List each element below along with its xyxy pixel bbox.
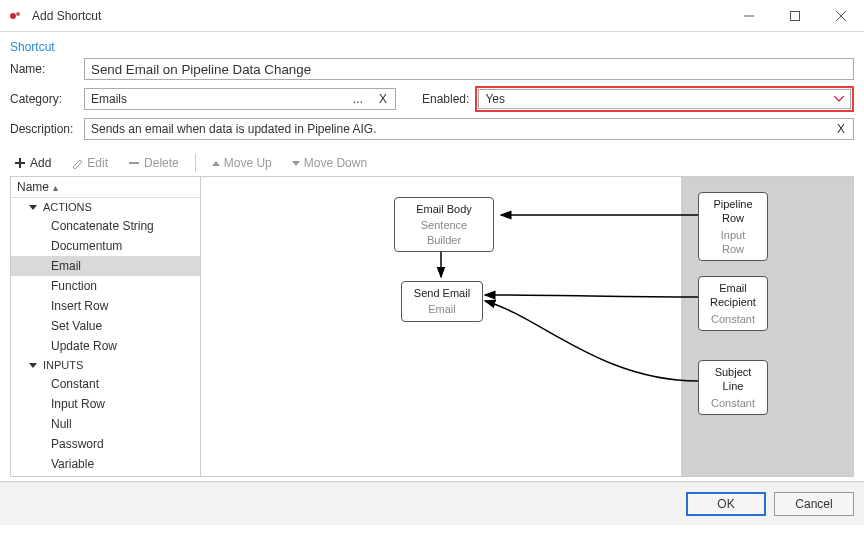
- expand-icon: [29, 205, 37, 210]
- tree-item-set-value[interactable]: Set Value: [11, 316, 200, 336]
- edit-button[interactable]: Edit: [67, 154, 112, 172]
- tree-item-insert-row[interactable]: Insert Row: [11, 296, 200, 316]
- node-email-recipient[interactable]: Email Recipient Constant: [698, 276, 768, 331]
- category-label: Category:: [10, 92, 78, 106]
- caret-up-icon: [212, 161, 220, 166]
- ok-button[interactable]: OK: [686, 492, 766, 516]
- description-clear-button[interactable]: X: [829, 119, 853, 139]
- node-email-body[interactable]: Email Body Sentence Builder: [394, 197, 494, 252]
- tree-item-password[interactable]: Password: [11, 434, 200, 454]
- tree-item-concatenate-string[interactable]: Concatenate String: [11, 216, 200, 236]
- expand-icon: [29, 363, 37, 368]
- titlebar: Add Shortcut: [0, 0, 864, 32]
- footer: OK Cancel: [0, 481, 864, 525]
- caret-down-icon: [292, 161, 300, 166]
- node-send-email[interactable]: Send Email Email: [401, 281, 483, 322]
- node-pipeline-row[interactable]: Pipeline Row Input Row: [698, 192, 768, 261]
- app-icon: [8, 8, 24, 24]
- enabled-label: Enabled:: [422, 92, 469, 106]
- sort-asc-icon: ▴: [53, 182, 58, 193]
- category-clear-button[interactable]: X: [371, 89, 395, 109]
- enabled-select[interactable]: Yes: [478, 89, 851, 109]
- workflow-canvas[interactable]: Email Body Sentence Builder Send Email E…: [201, 177, 853, 476]
- cancel-button[interactable]: Cancel: [774, 492, 854, 516]
- minimize-button[interactable]: [726, 0, 772, 32]
- name-label: Name:: [10, 62, 78, 76]
- tree-item-constant[interactable]: Constant: [11, 374, 200, 394]
- svg-rect-3: [791, 11, 800, 20]
- delete-button[interactable]: Delete: [124, 154, 183, 172]
- tree-header[interactable]: Name ▴: [11, 177, 200, 198]
- side-panel: Name ▴ ACTIONS Concatenate String Docume…: [11, 177, 201, 476]
- description-input[interactable]: Sends an email when data is updated in P…: [84, 118, 854, 140]
- add-button[interactable]: Add: [10, 154, 55, 172]
- toolbar: Add Edit Delete Move Up Move Down: [10, 150, 854, 177]
- enabled-highlight: Yes: [475, 86, 854, 112]
- tree-item-email[interactable]: Email: [11, 256, 200, 276]
- chevron-down-icon: [834, 96, 844, 102]
- category-value: Emails: [85, 92, 345, 106]
- node-subject-line[interactable]: Subject Line Constant: [698, 360, 768, 415]
- tree-item-function[interactable]: Function: [11, 276, 200, 296]
- svg-point-0: [10, 13, 16, 19]
- description-label: Description:: [10, 122, 78, 136]
- category-picker[interactable]: Emails ... X: [84, 88, 396, 110]
- tree-item-update-row[interactable]: Update Row: [11, 336, 200, 356]
- enabled-value: Yes: [485, 92, 505, 106]
- close-button[interactable]: [818, 0, 864, 32]
- tree-group-actions[interactable]: ACTIONS: [11, 198, 200, 216]
- toolbar-separator: [195, 154, 196, 172]
- window-title: Add Shortcut: [32, 9, 726, 23]
- tree-group-inputs[interactable]: INPUTS: [11, 356, 200, 374]
- description-value: Sends an email when data is updated in P…: [85, 122, 829, 136]
- tree-item-null[interactable]: Null: [11, 414, 200, 434]
- tree-item-variable[interactable]: Variable: [11, 454, 200, 474]
- name-input[interactable]: [84, 58, 854, 80]
- tree-item-input-row[interactable]: Input Row: [11, 394, 200, 414]
- maximize-button[interactable]: [772, 0, 818, 32]
- tree-item-documentum[interactable]: Documentum: [11, 236, 200, 256]
- category-browse-button[interactable]: ...: [345, 89, 371, 109]
- main-area: Name ▴ ACTIONS Concatenate String Docume…: [10, 177, 854, 477]
- move-down-button[interactable]: Move Down: [288, 154, 371, 172]
- svg-point-1: [16, 12, 20, 16]
- section-header: Shortcut: [10, 40, 854, 54]
- move-up-button[interactable]: Move Up: [208, 154, 276, 172]
